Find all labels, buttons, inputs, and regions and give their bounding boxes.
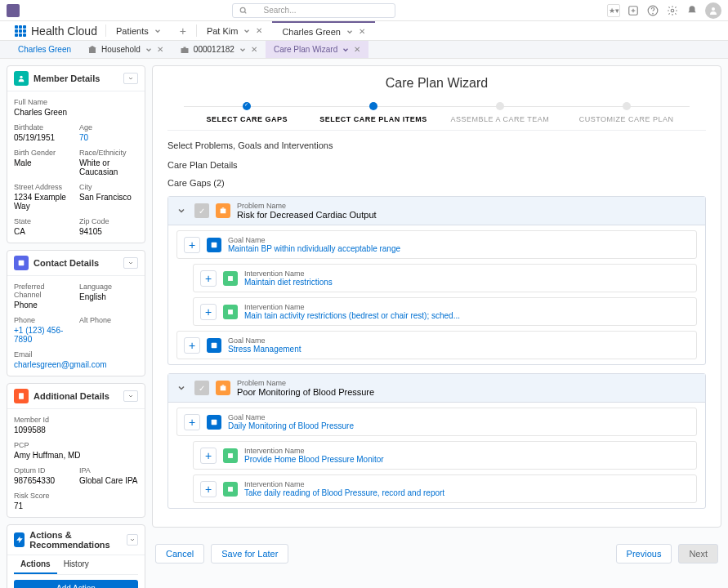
help-icon[interactable]: [646, 4, 659, 17]
user-avatar[interactable]: [705, 2, 721, 19]
nav-tab-patients[interactable]: Patients +: [106, 21, 196, 40]
problem-name: Risk for Decreased Cardiac Output: [237, 210, 377, 220]
add-goal-button[interactable]: +: [184, 237, 200, 253]
problem-header[interactable]: ✓ Problem NameRisk for Decreased Cardiac…: [168, 197, 705, 225]
svg-rect-25: [222, 385, 225, 385]
intervention-row: + Intervention NameTake daily reading of…: [193, 474, 697, 503]
panel-title: Actions & Recommendations: [29, 530, 122, 550]
add-intervention-button[interactable]: +: [200, 448, 217, 464]
intervention-name[interactable]: Main tain activity restrictions (bedrest…: [244, 311, 460, 320]
notifications-icon[interactable]: [686, 4, 699, 17]
nav-tab-charles-green[interactable]: Charles Green ✕: [272, 21, 375, 40]
svg-marker-10: [88, 46, 96, 48]
household-icon: [87, 45, 97, 55]
intervention-icon: [223, 305, 238, 319]
goal-name[interactable]: Maintain BP within ndividually acceptabl…: [228, 244, 400, 253]
field-label: IPA: [79, 466, 138, 474]
svg-rect-14: [19, 261, 25, 266]
section-heading: Select Problems, Goals and Interventions: [167, 140, 706, 150]
add-goal-button[interactable]: +: [184, 414, 200, 430]
goal-row: + Goal NameMaintain BP within ndividuall…: [176, 230, 697, 259]
intervention-label: Intervention Name: [244, 270, 333, 278]
field-label: Full Name: [14, 98, 138, 106]
favorites-dropdown[interactable]: ★▾: [607, 4, 620, 17]
pref-channel-value: Phone: [14, 301, 73, 310]
svg-rect-20: [212, 242, 217, 247]
goal-name[interactable]: Daily Monitoring of Blood Pressure: [228, 421, 354, 430]
nav-tab-pat-kim[interactable]: Pat Kim ✕: [197, 21, 273, 40]
intervention-name[interactable]: Provide Home Blood Pressure Monitor: [244, 455, 384, 464]
svg-rect-28: [228, 487, 233, 492]
add-action-button[interactable]: Add Action: [14, 580, 138, 588]
panel-title: Additional Details: [33, 391, 109, 401]
global-search-input[interactable]: Search...: [232, 3, 395, 18]
problem-checkbox[interactable]: ✓: [194, 381, 209, 395]
field-label: Language: [79, 283, 138, 291]
close-tab-icon[interactable]: ✕: [256, 26, 262, 35]
add-intervention-button[interactable]: +: [200, 304, 217, 320]
field-label: Age: [79, 123, 138, 131]
problem-checkbox[interactable]: ✓: [194, 203, 209, 218]
intervention-row: + Intervention NameMaintain diet restric…: [193, 264, 697, 292]
subnav-charles-green[interactable]: Charles Green: [10, 41, 79, 58]
svg-rect-11: [181, 48, 188, 53]
svg-rect-24: [221, 386, 226, 391]
tab-actions[interactable]: Actions: [14, 555, 57, 574]
close-icon[interactable]: ✕: [354, 45, 360, 54]
save-for-later-button[interactable]: Save for Later: [211, 544, 288, 564]
street-value: 1234 Example Way: [14, 193, 73, 211]
app-launcher-icon: [15, 25, 26, 37]
language-value: English: [79, 292, 138, 301]
close-tab-icon[interactable]: ✕: [359, 27, 365, 36]
wizard-stepper: SELECT CARE GAPS SELECT CARE PLAN ITEMS …: [184, 102, 690, 123]
intervention-name[interactable]: Maintain diet restrictions: [244, 278, 333, 287]
add-tab-icon[interactable]: +: [180, 24, 186, 38]
goal-name[interactable]: Stress Management: [228, 345, 301, 354]
subnav-care-plan-wizard[interactable]: Care Plan Wizard ✕: [266, 41, 368, 58]
panel-menu[interactable]: [127, 534, 138, 546]
age-value[interactable]: 70: [79, 133, 138, 142]
chevron-down-icon: [239, 46, 247, 54]
tab-history[interactable]: History: [57, 555, 96, 574]
panel-menu[interactable]: [123, 73, 138, 84]
problem-header[interactable]: ✓ Problem NamePoor Monitoring of Blood P…: [168, 374, 705, 403]
step-select-plan-items[interactable]: SELECT CARE PLAN ITEMS: [310, 102, 437, 123]
svg-point-13: [20, 76, 22, 78]
step-customize-plan[interactable]: CUSTOMIZE CARE PLAN: [563, 102, 690, 123]
step-label: CUSTOMIZE CARE PLAN: [563, 115, 690, 123]
add-icon[interactable]: [627, 4, 640, 17]
add-goal-button[interactable]: +: [184, 337, 200, 354]
settings-icon[interactable]: [666, 4, 679, 17]
step-select-care-gaps[interactable]: SELECT CARE GAPS: [184, 102, 310, 123]
subnav-household[interactable]: Household ✕: [79, 41, 172, 58]
intervention-icon: [223, 271, 238, 286]
expand-toggle[interactable]: [175, 204, 188, 217]
close-icon[interactable]: ✕: [251, 45, 257, 54]
panel-menu[interactable]: [123, 257, 138, 269]
app-launcher[interactable]: Health Cloud: [7, 21, 105, 40]
subnav-case[interactable]: 000012182 ✕: [172, 41, 266, 58]
contact-icon: [14, 256, 29, 270]
problem-block: ✓ Problem NamePoor Monitoring of Blood P…: [167, 373, 706, 509]
expand-toggle[interactable]: [175, 381, 188, 394]
svg-rect-26: [212, 419, 217, 425]
subnav-label: Charles Green: [18, 45, 71, 54]
step-label: SELECT CARE GAPS: [184, 115, 310, 123]
member-details-panel: Member Details Full NameCharles Green Bi…: [7, 65, 145, 243]
cancel-button[interactable]: Cancel: [155, 544, 204, 564]
subnav-label: Care Plan Wizard: [274, 45, 337, 54]
field-label: Member Id: [14, 416, 138, 424]
panel-menu[interactable]: [123, 390, 138, 402]
email-value[interactable]: charlesgreen@gmail.com: [14, 360, 138, 369]
close-icon[interactable]: ✕: [157, 45, 163, 54]
primary-nav: Health Cloud Patients + Pat Kim ✕ Charle…: [0, 21, 728, 41]
intervention-name[interactable]: Take daily reading of Blood Pressure, re…: [244, 488, 444, 497]
field-label: State: [14, 217, 73, 225]
add-intervention-button[interactable]: +: [200, 481, 217, 497]
previous-button[interactable]: Previous: [616, 544, 672, 564]
svg-rect-21: [228, 276, 233, 281]
add-intervention-button[interactable]: +: [200, 270, 217, 287]
next-button[interactable]: Next: [678, 544, 718, 564]
phone-value[interactable]: +1 (123) 456-7890: [14, 326, 73, 344]
step-assemble-team[interactable]: ASSEMBLE A CARE TEAM: [437, 102, 564, 123]
